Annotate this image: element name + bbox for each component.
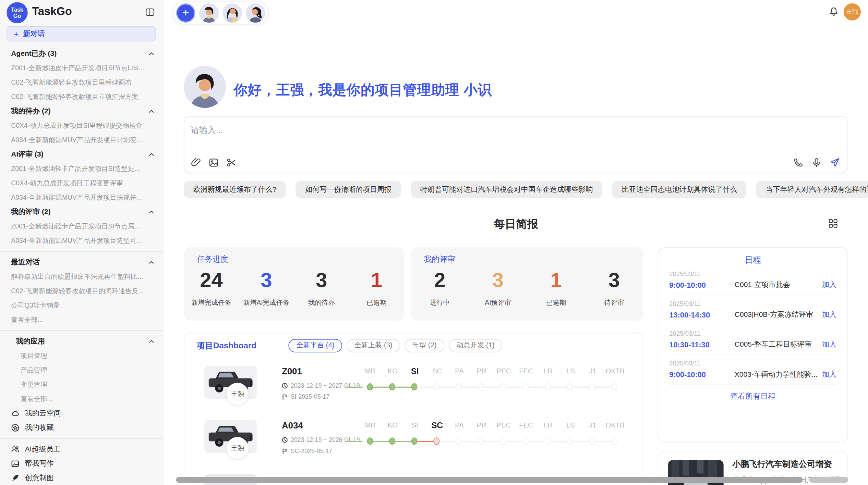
sidebar-conversation-item[interactable]: A034-全新新能源MUV产品开发项目造型可行性评审 — [0, 233, 163, 248]
sidebar-item-my-apps[interactable]: 我的应用 — [0, 334, 163, 348]
sidebar-conversation-item[interactable]: 查看全部... — [0, 312, 163, 327]
plus-icon: + — [14, 29, 19, 38]
chevron-up-icon — [148, 109, 155, 115]
dashboard-tab[interactable]: 年型 (2) — [405, 339, 444, 352]
milestone-dot — [478, 383, 484, 390]
suggestion-chips: 欧洲新规最近颁布了什么?如何写一份清晰的项目周报特朗普可能对进口汽车增税会对中国… — [184, 181, 848, 198]
sidebar-section-3[interactable]: 我的评审 (2) — [0, 204, 163, 219]
sidebar-item-cloud[interactable]: 我的云空间 — [0, 406, 163, 420]
stat: 3AI预评审 — [469, 268, 527, 308]
paperclip-icon[interactable] — [191, 158, 201, 167]
chat-input[interactable] — [190, 124, 690, 135]
send-icon[interactable] — [830, 158, 840, 167]
milestone-J1: J1 — [582, 367, 604, 396]
sidebar-app-item[interactable]: 产品管理 — [0, 363, 163, 377]
sidebar-conversation-item[interactable]: Z001-全新燃油轻卡产品开发项目SI造型提交物评审 — [0, 162, 163, 176]
sidebar-conversation-item[interactable]: 解释最新出台的欧盟报废车法规再生塑料比例被调至15%... — [0, 269, 163, 284]
milestone-dot — [456, 437, 462, 445]
join-button[interactable]: 加入 — [822, 339, 836, 349]
new-chat-button[interactable]: + 新对话 — [7, 26, 156, 41]
project-row-A034[interactable]: 王强A0342023-12-19 ~ 2026-01-19SC-2025-05-… — [184, 419, 643, 470]
milestone-label: FEC — [515, 367, 537, 376]
project-dates: 2023-12-19 ~ 2026-01-19 — [282, 436, 360, 443]
divider — [0, 438, 163, 439]
view-all-schedule-link[interactable]: 查看所有日程 — [658, 391, 847, 401]
agent-avatar-1[interactable] — [199, 3, 219, 23]
milestone-FEC: FEC — [515, 421, 537, 450]
sidebar-section-2[interactable]: AI评审 (3) — [0, 147, 163, 162]
sidebar-app-item[interactable]: 变更管理 — [0, 377, 163, 391]
sidebar-conversation-item[interactable]: C02-飞腾新能源轻客改款项目的闭环通告反馈情况 — [0, 284, 163, 298]
briefing-layout-icon[interactable] — [828, 219, 838, 228]
milestone-SC: SC — [426, 421, 448, 450]
pen-icon — [11, 474, 19, 482]
sidebar-item-star-circle[interactable]: 我的收藏 — [0, 420, 163, 435]
sidebar-app-item[interactable]: 查看全部... — [0, 391, 163, 406]
collapse-sidebar-icon[interactable] — [145, 7, 155, 17]
sidebar-conversation-item[interactable]: Z001-全新燃油轻卡产品开发项目SI节点属性5D文件评审 — [0, 219, 163, 233]
dashboard-tabs: 全新平台 (4)全新上装 (3)年型 (2)动总开发 (1) — [289, 339, 502, 352]
project-row-Z001[interactable]: 王强Z0012023-12-19 ~ 2027-01-19SI-2025-05-… — [184, 364, 643, 415]
sidebar-tool-photo[interactable]: 帮我写作 — [0, 456, 163, 471]
agent-avatar-2[interactable] — [222, 3, 242, 23]
stat-label: 新增完成任务 — [184, 298, 239, 307]
milestone-KO: KO — [382, 421, 404, 450]
suggestion-chip[interactable]: 特朗普可能对进口汽车增税会对中国车企造成哪些影响 — [411, 181, 603, 198]
sidebar-conversation-item[interactable]: C0X4-动力总成开发项目SI里程碑提交物检查 — [0, 119, 163, 133]
event-date: 2025/03/11 — [669, 300, 836, 307]
suggestion-chip[interactable]: 当下年轻人对汽车外观有怎样的喜好趋势 — [756, 181, 868, 198]
phone-icon[interactable] — [793, 158, 803, 167]
schedule-event: 2025/03/119:00-10:00X003-车辆动力学性能验...加入 — [669, 355, 836, 385]
sidebar-conversation-item[interactable]: Z001-全新燃油皮卡产品开发项目SI节点Lesson Learn报告 — [0, 61, 163, 75]
suggestion-chip[interactable]: 比亚迪全固态电池计划具体说了什么 — [612, 181, 746, 198]
milestone-connector — [345, 387, 363, 388]
milestone-dot — [389, 437, 395, 445]
milestone-dot — [611, 383, 617, 390]
join-button[interactable]: 加入 — [822, 280, 836, 290]
sidebar-tool-pen[interactable]: 创意制图 — [0, 471, 163, 485]
milestone-LS: LS — [559, 367, 582, 396]
dashboard-tab[interactable]: 全新上装 (3) — [347, 339, 400, 352]
sidebar-conversation-item[interactable]: C0X4-动力总成开发项目工程变更评审 — [0, 176, 163, 190]
mic-icon[interactable] — [811, 158, 821, 167]
sidebar-app-item[interactable]: 项目管理 — [0, 348, 163, 363]
tool-label: AI超级员工 — [25, 444, 61, 454]
horizontal-scrollbar[interactable] — [176, 477, 803, 483]
scissors-icon[interactable] — [226, 158, 236, 167]
stat: 2进行中 — [411, 268, 469, 308]
sidebar-section-1[interactable]: 我的待办 (2) — [0, 104, 163, 119]
sidebar-conversation-item[interactable]: 公司Q3轻卡销量 — [0, 298, 163, 312]
clock-icon — [282, 383, 288, 389]
user-avatar[interactable]: 王强 — [844, 3, 861, 21]
image-icon[interactable] — [209, 158, 219, 167]
people-icon — [11, 445, 19, 453]
dashboard-tab[interactable]: 动总开发 (1) — [449, 339, 502, 352]
milestone-dot — [367, 383, 373, 390]
section-label: 最近对话 — [11, 258, 40, 266]
sidebar-conversation-item[interactable]: C02-飞腾新能源轻客改款项目里程碑画布 — [0, 75, 163, 90]
suggestion-chip[interactable]: 如何写一份清晰的项目周报 — [296, 181, 401, 198]
join-button[interactable]: 加入 — [822, 370, 836, 380]
stat-label: 我的待办 — [294, 298, 349, 307]
stat-label: 已逾期 — [349, 298, 404, 307]
sidebar-conversation-item[interactable]: A034-全新新能源MUV产品开发项目计划变更表编写 — [0, 133, 163, 147]
horizontal-scrollbar-secondary[interactable] — [809, 477, 848, 483]
sidebar-conversation-item[interactable]: A034-全新新能源MUV产品开发项目法规符合性评审 — [0, 190, 163, 204]
add-agent-button[interactable]: + — [176, 3, 196, 23]
milestone-dot — [411, 383, 418, 390]
event-title: C001-立项审批会 — [735, 280, 790, 290]
milestone-label: SI — [404, 367, 426, 376]
join-button[interactable]: 加入 — [822, 310, 836, 320]
stat: 1已逾期 — [349, 268, 404, 308]
notification-bell-icon[interactable] — [829, 7, 839, 17]
agent-avatar-3[interactable] — [246, 3, 265, 23]
chat-composer — [184, 116, 848, 173]
sidebar-section-recent[interactable]: 最近对话 — [0, 255, 163, 269]
section-label: 我的评审 (2) — [11, 208, 50, 216]
sidebar-tool-people[interactable]: AI超级员工 — [0, 442, 163, 456]
suggestion-chip[interactable]: 欧洲新规最近颁布了什么? — [184, 181, 286, 198]
dashboard-tab[interactable]: 全新平台 (4) — [289, 339, 342, 352]
sidebar-section-0[interactable]: Agent已办 (3) — [0, 47, 163, 61]
sidebar-conversation-item[interactable]: C02-飞腾新能源轻客改款项目立项汇报方案 — [0, 90, 163, 104]
stat-value: 3 — [585, 268, 643, 293]
